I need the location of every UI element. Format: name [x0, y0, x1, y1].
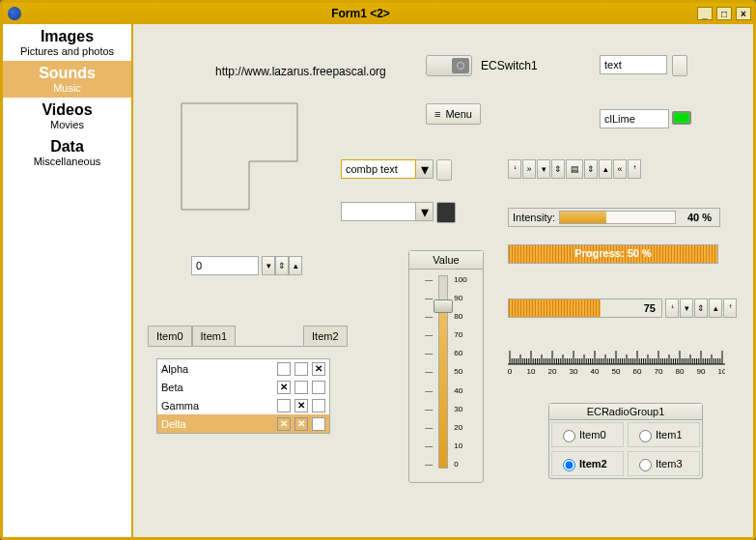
spin-down[interactable]: ▾ — [262, 256, 275, 275]
sidebar-item-data[interactable]: Data Miscellaneous — [3, 134, 131, 171]
color-input[interactable] — [600, 109, 669, 128]
text-input[interactable] — [600, 55, 667, 74]
svg-text:50: 50 — [612, 367, 621, 376]
radio-group: ECRadioGroup1 Item0 Item1 Item2 Item3 — [548, 403, 703, 479]
position-bar[interactable]: 75 — [508, 298, 662, 318]
btn-up-double[interactable]: « — [613, 159, 627, 179]
tab-bar: Item0 Item1 Item2 — [148, 326, 348, 347]
tab-item1[interactable]: Item1 — [192, 326, 237, 347]
svg-text:10: 10 — [527, 367, 536, 376]
combo-dark-button[interactable] — [436, 202, 456, 223]
sidebar-item-sounds[interactable]: Sounds Music — [3, 61, 131, 98]
btn-down[interactable]: ▾ — [680, 298, 693, 318]
btn-first[interactable]: ꜜ — [508, 159, 521, 179]
svg-text:0: 0 — [508, 367, 513, 376]
switch-label: ECSwitch1 — [481, 59, 538, 72]
btn-up[interactable]: ▴ — [599, 159, 612, 179]
slider-knob[interactable] — [434, 299, 453, 313]
svg-text:90: 90 — [697, 367, 706, 376]
svg-text:20: 20 — [548, 367, 557, 376]
btn-down[interactable]: ▾ — [537, 159, 550, 179]
menu-button[interactable]: ≡ Menu — [426, 103, 481, 125]
svg-text:80: 80 — [676, 367, 685, 376]
radio-item0[interactable]: Item0 — [551, 422, 624, 447]
minimize-button[interactable]: _ — [697, 7, 713, 20]
maximize-button[interactable]: □ — [716, 7, 732, 20]
btn-last[interactable]: ꜛ — [723, 298, 737, 318]
svg-text:70: 70 — [655, 367, 663, 376]
app-icon — [8, 7, 21, 20]
value-slider[interactable]: Value ——————————— 1009080706050403020100 — [408, 250, 484, 483]
color-led — [672, 111, 691, 125]
spin-up[interactable]: ▴ — [289, 256, 302, 275]
progress-bar: Progress: 50 % — [508, 244, 718, 264]
intensity-bar[interactable]: Intensity: 40 % — [508, 208, 720, 227]
btn-updown[interactable]: ⇕ — [694, 298, 708, 318]
radio-item2[interactable]: Item2 — [551, 451, 624, 476]
radio-item3[interactable]: Item3 — [628, 451, 700, 476]
titlebar[interactable]: Form1 <2> _ □ × — [3, 3, 753, 24]
spin-edit[interactable]: ▾ ⇕ ▴ — [191, 256, 302, 275]
list-item: Gamma✕ — [157, 396, 329, 414]
button-row: ꜜ » ▾ ⇕ ▤ ⇕ ▴ « ꜛ — [508, 159, 641, 179]
combo-text[interactable]: ▾ — [341, 159, 452, 181]
spin-updown[interactable]: ⇕ — [275, 256, 289, 275]
btn-down-double[interactable]: » — [522, 159, 536, 179]
btn-first[interactable]: ꜜ — [665, 298, 679, 318]
radio-item1[interactable]: Item1 — [628, 422, 700, 447]
tab-item2[interactable]: Item2 — [303, 326, 348, 347]
link-label[interactable]: http://www.lazarus.freepascal.org — [215, 65, 386, 78]
sidebar-item-images[interactable]: Images Pictures and photos — [3, 24, 131, 61]
svg-text:10: 10 — [718, 367, 725, 376]
combo-side-button[interactable] — [436, 159, 452, 181]
sidebar-item-videos[interactable]: Videos Movies — [3, 98, 131, 134]
list-item: Delta✕✕ — [157, 414, 329, 433]
list-item: Alpha✕ — [157, 359, 329, 378]
tab-gap — [236, 326, 303, 347]
svg-text:60: 60 — [633, 367, 642, 376]
chevron-down-icon[interactable]: ▾ — [416, 159, 434, 179]
posbar-buttons: ꜜ ▾ ⇕ ▴ ꜛ — [665, 298, 737, 318]
list-item: Beta✕ — [157, 378, 329, 396]
window-title: Form1 <2> — [26, 7, 695, 20]
btn-menu[interactable]: ▤ — [566, 159, 583, 179]
combo-empty[interactable]: ▾ — [341, 202, 456, 223]
menu-icon: ≡ — [434, 108, 440, 120]
chevron-down-icon[interactable]: ▾ — [416, 202, 434, 221]
close-button[interactable]: × — [736, 7, 751, 20]
svg-text:40: 40 — [591, 367, 600, 376]
ruler: 010203040506070809010 — [508, 347, 725, 381]
svg-text:30: 30 — [570, 367, 578, 376]
sidebar: Images Pictures and photos Sounds Music … — [3, 24, 133, 537]
btn-up[interactable]: ▴ — [709, 298, 722, 318]
btn-last[interactable]: ꜛ — [628, 159, 641, 179]
btn-updown[interactable]: ⇕ — [551, 159, 565, 179]
btn-updown2[interactable]: ⇕ — [584, 159, 598, 179]
check-list[interactable]: Alpha✕ Beta✕ Gamma✕ Delta✕✕ — [156, 358, 330, 434]
text-input-button[interactable] — [672, 55, 687, 76]
tab-item0[interactable]: Item0 — [148, 326, 192, 347]
ec-switch[interactable] — [426, 55, 472, 76]
bevel-shape — [172, 94, 317, 219]
